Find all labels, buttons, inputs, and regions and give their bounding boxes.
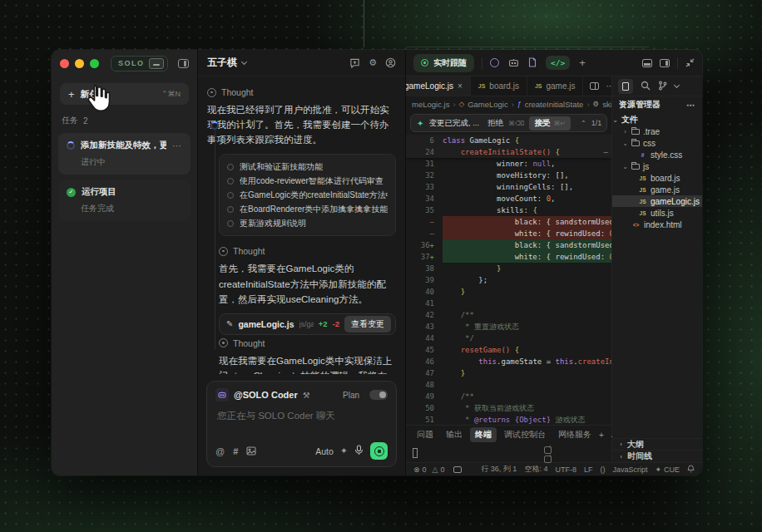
bell-icon[interactable] [687,465,695,475]
panel-tab-调试控制台[interactable]: 调试控制台 [499,427,551,442]
timeline-section[interactable]: › 时间线 [612,451,702,462]
editor-tab[interactable]: gameLogic.js× [406,76,471,96]
toggle-panel-icon[interactable] [642,59,652,67]
task-card[interactable]: 添加新技能及特效，更新游...⋯进行中 [58,133,190,175]
terminal[interactable] [406,444,611,462]
panel-tab-问题[interactable]: 问题 [412,427,438,442]
todo-item[interactable]: 在BoardRenderer类中添加擒拿擒拿技能的动画效果 [227,202,388,216]
chevron-down-icon[interactable] [674,82,680,88]
close-tab-icon[interactable]: × [458,81,463,91]
encoding[interactable]: UTF-8 [555,466,576,474]
close-window-button[interactable] [60,59,69,68]
gear-icon[interactable]: ⚙ [369,57,377,68]
code-view-button[interactable]: </> [546,56,570,70]
editor-tab[interactable]: JSboard.js [471,76,527,96]
tree-item-board.js[interactable]: JSboard.js [612,172,702,184]
language-mode[interactable]: JavaScript [612,466,647,474]
code-editor[interactable]: ✦ 变更已完成, ... 拒绝 ⌘⌫ 接受 ⌘↵ ⌃ 1/1 ⌄ [406,111,611,425]
minimize-window-button[interactable] [75,59,84,68]
cue-status[interactable]: ✦ CUE [655,466,680,474]
collapse-icon[interactable] [685,56,695,71]
agent-icon[interactable] [490,58,499,67]
outline-section[interactable]: › 大纲 [612,439,702,451]
add-view-icon[interactable]: + [579,57,586,69]
context-icon[interactable]: # [233,446,238,456]
panel-tab-网络服务[interactable]: 网络服务 [553,427,596,442]
tree-item-css[interactable]: ⌄css [612,137,702,149]
stop-generating-button[interactable] [370,442,388,460]
next-change-icon[interactable]: ⌄ [606,120,607,127]
zoom-window-button[interactable] [90,59,99,68]
document-icon[interactable] [528,56,537,71]
prev-change-icon[interactable]: ⌃ [581,120,586,127]
tree-item-gameLogic.js[interactable]: JSgameLogic.js [612,195,702,207]
sparkle-icon[interactable]: ✦ [340,446,348,456]
breadcrumb-item[interactable]: GameLogic [468,100,508,109]
explorer-icon[interactable] [618,79,633,94]
code-area[interactable]: 6class GameLogic {24 createInitialState(… [406,135,611,425]
todo-checkbox-icon[interactable] [227,164,234,170]
tree-item-index.html[interactable]: <>index.html [612,219,702,230]
toggle-sidebar-icon[interactable] [660,59,670,67]
accept-button[interactable]: 接受 ⌘↵ [529,116,571,131]
tree-section-files[interactable]: ⌄文件 [612,114,702,126]
tree-item-utils.js[interactable]: JSutils.js [612,207,702,219]
thought-block[interactable]: Thought [219,246,396,256]
breadcrumb[interactable]: meLogic.js›◇GameLogic›ƒcreateInitialStat… [406,96,611,111]
todo-item[interactable]: 更新游戏规则说明 [227,216,388,230]
breadcrumb-item[interactable]: meLogic.js [412,100,449,109]
todo-checkbox-icon[interactable] [227,178,234,185]
reject-button[interactable]: 拒绝 [487,118,503,129]
tree-item-.trae[interactable]: ›.trae [612,126,702,137]
solo-mode-badge[interactable]: SOLO [111,56,168,71]
microphone-icon[interactable] [354,444,364,459]
thought-block[interactable]: Thought [219,338,396,348]
panel-tab-输出[interactable]: 输出 [441,427,468,442]
task-menu-icon[interactable]: ⋯ [172,140,182,151]
image-icon[interactable] [246,444,256,459]
todo-item[interactable]: 测试和验证新技能功能 [227,160,388,174]
tree-item-style.css[interactable]: #style.css [612,149,702,160]
brackets-icon[interactable]: () [600,466,605,474]
live-follow-button[interactable]: 实时跟随 [413,54,474,72]
agent-name[interactable]: @SOLO Coder [234,390,298,400]
view-changes-button[interactable]: 查看变更 [344,316,391,332]
chevron-down-icon[interactable] [241,59,247,65]
model-mode[interactable]: Auto [315,446,334,456]
ports-icon[interactable] [453,466,462,473]
more-icon[interactable]: ⋯ [686,101,695,110]
editor-tab[interactable]: JSgame.js [527,76,584,96]
plan-toggle[interactable] [369,390,388,400]
todo-checkbox-icon[interactable] [227,206,234,213]
breadcrumb-item[interactable]: skills [602,100,611,109]
split-terminal-icon[interactable] [544,456,552,463]
account-icon[interactable] [385,57,396,68]
thought-block[interactable]: Thought [207,87,396,97]
problems-status[interactable]: ⊗ 0 △ 0 [413,466,445,474]
new-task-button[interactable]: + 新任务 ⌃⌘N [60,83,189,105]
robot-icon[interactable] [508,56,519,71]
split-editor-icon[interactable] [590,82,599,90]
tree-item-game.js[interactable]: JSgame.js [612,184,702,195]
eol[interactable]: LF [584,466,593,474]
file-change-card[interactable]: ✎ gameLogic.js js/gameLogic.js +2 -2 查看变… [219,313,396,335]
breadcrumb-item[interactable]: createInitialState [525,100,584,109]
tools-icon[interactable]: ⚒ [303,391,310,400]
task-card[interactable]: ✓运行项目任务完成 [58,180,190,221]
mention-icon[interactable]: @ [215,446,225,456]
search-icon[interactable] [641,79,651,94]
sidebar-toggle-icon[interactable] [178,59,189,68]
todo-item[interactable]: 在GameLogic类的createInitialState方法中添加新技... [227,188,388,202]
todo-checkbox-icon[interactable] [227,192,234,199]
todo-checkbox-icon[interactable] [227,220,234,227]
git-branch-icon[interactable] [658,79,667,94]
cursor-position[interactable]: 行 36, 列 1 [481,464,517,475]
indentation[interactable]: 空格: 4 [524,464,547,475]
chat-input-placeholder[interactable]: 您正在与 SOLO Coder 聊天 [215,401,388,442]
new-chat-icon[interactable] [349,57,360,68]
panel-tab-终端[interactable]: 终端 [470,427,497,442]
add-terminal-icon[interactable]: + [599,431,604,440]
todo-item[interactable]: 使用code-reviewer智能体进行代码审查 [227,174,388,188]
tree-item-js[interactable]: ⌄js [612,160,702,172]
chat-input-box[interactable]: @SOLO Coder ⚒ Plan 您正在与 SOLO Coder 聊天 @ … [206,381,397,467]
